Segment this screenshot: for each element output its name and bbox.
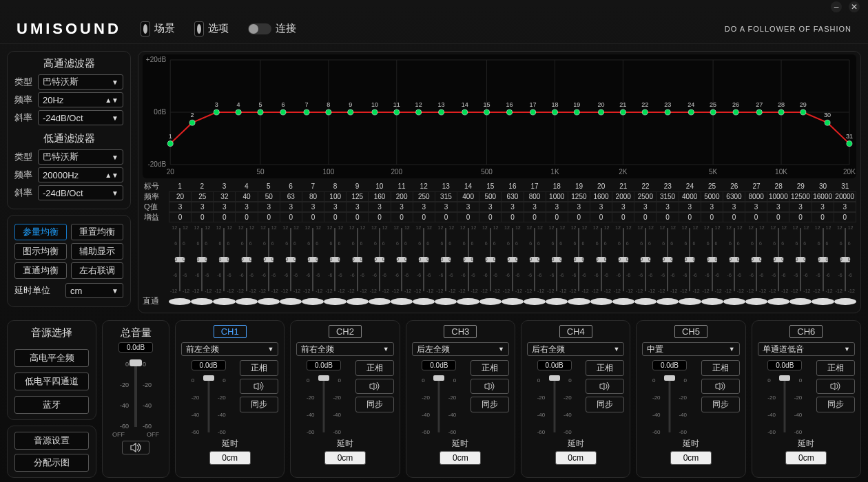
minimize-button[interactable]: –	[831, 1, 842, 12]
lpf-freq-select[interactable]: 20000Hz▲▼	[38, 167, 123, 182]
eq-freq-cell[interactable]: 125	[347, 191, 369, 202]
eq-freq-cell[interactable]: 6300	[723, 191, 745, 202]
eq-band-slider[interactable]: 12126600-6-6-12-12	[260, 225, 277, 294]
assign-diagram-button[interactable]: 分配示图	[14, 454, 89, 472]
eq-freq-cell[interactable]: 32	[214, 191, 236, 202]
eq-band-slider[interactable]: 12126600-6-6-12-12	[726, 225, 743, 294]
eq-q-cell[interactable]: 3	[723, 202, 745, 212]
channel-volume-slider[interactable]: 00-20-20-40-40-60-60	[422, 373, 456, 435]
channel-sync-button[interactable]: 同步	[701, 397, 740, 412]
eq-bypass-dot[interactable]	[191, 298, 213, 305]
eq-band-slider[interactable]: 12126600-6-6-12-12	[172, 225, 188, 294]
hpf-slope-select[interactable]: -24dB/Oct▼	[38, 110, 123, 125]
eq-band-slider[interactable]: 12126600-6-6-12-12	[548, 225, 565, 294]
eq-bypass-dot[interactable]	[457, 298, 479, 305]
channel-volume-slider[interactable]: 00-20-20-40-40-60-60	[192, 373, 226, 435]
channel-delay-value[interactable]: 0cm	[555, 451, 597, 465]
eq-gain-cell[interactable]: 0	[789, 212, 812, 222]
eq-bypass-dot[interactable]	[568, 298, 590, 305]
lo-level-button[interactable]: 低电平四通道	[14, 373, 89, 390]
eq-band-slider[interactable]: 12126600-6-6-12-12	[659, 225, 676, 294]
eq-freq-cell[interactable]: 400	[457, 191, 479, 202]
channel-volume-slider[interactable]: 00-20-20-40-40-60-60	[652, 373, 687, 435]
eq-gain-cell[interactable]: 0	[324, 212, 347, 222]
eq-freq-cell[interactable]: 4000	[679, 191, 701, 202]
channel-id-button[interactable]: CH4	[559, 325, 592, 338]
channel-phase-button[interactable]: 正相	[471, 360, 509, 376]
eq-q-cell[interactable]: 3	[767, 202, 789, 212]
eq-gain-cell[interactable]: 0	[391, 212, 413, 222]
eq-q-cell[interactable]: 3	[590, 202, 612, 212]
eq-band-slider[interactable]: 12126600-6-6-12-12	[815, 225, 831, 294]
eq-q-cell[interactable]: 3	[435, 202, 457, 212]
channel-name-select[interactable]: 中置▼	[642, 342, 739, 356]
eq-gain-cell[interactable]: 0	[546, 212, 568, 222]
eq-band-slider[interactable]: 12126600-6-6-12-12	[570, 225, 587, 294]
eq-band-slider[interactable]: 12126600-6-6-12-12	[482, 225, 499, 294]
eq-band-slider[interactable]: 12126600-6-6-12-12	[194, 225, 210, 294]
eq-bypass-dot[interactable]	[347, 298, 369, 305]
eq-gain-cell[interactable]: 0	[280, 212, 302, 222]
eq-band-slider[interactable]: 12126600-6-6-12-12	[526, 225, 543, 294]
eq-freq-cell[interactable]: 63	[280, 191, 302, 202]
eq-freq-cell[interactable]: 40	[236, 191, 258, 202]
eq-band-slider[interactable]: 12126600-6-6-12-12	[837, 225, 854, 294]
options-toggle[interactable]: 选项	[194, 21, 229, 36]
master-volume-slider[interactable]: 00-20-20-40-40-60-60	[115, 355, 156, 431]
channel-name-select[interactable]: 前右全频▼	[296, 342, 393, 356]
eq-gain-cell[interactable]: 0	[834, 212, 856, 222]
eq-gain-cell[interactable]: 0	[169, 212, 192, 222]
eq-bypass-dot[interactable]	[302, 298, 324, 305]
channel-delay-value[interactable]: 0cm	[324, 451, 366, 465]
hpf-type-select[interactable]: 巴特沃斯▼	[38, 74, 123, 90]
eq-q-cell[interactable]: 3	[413, 202, 435, 212]
aux-display-button[interactable]: 辅助显示	[71, 243, 123, 260]
channel-volume-slider[interactable]: 00-20-20-40-40-60-60	[767, 373, 802, 435]
eq-q-cell[interactable]: 3	[169, 202, 192, 212]
channel-id-button[interactable]: CH2	[329, 325, 362, 338]
eq-q-cell[interactable]: 3	[192, 202, 214, 212]
eq-band-slider[interactable]: 12126600-6-6-12-12	[327, 225, 343, 294]
eq-gain-cell[interactable]: 0	[657, 212, 679, 222]
channel-mute-button[interactable]	[355, 379, 394, 394]
eq-band-slider[interactable]: 12126600-6-6-12-12	[681, 225, 698, 294]
eq-freq-cell[interactable]: 2500	[634, 191, 657, 202]
eq-freq-cell[interactable]: 25	[192, 191, 214, 202]
channel-delay-value[interactable]: 0cm	[670, 451, 712, 465]
close-button[interactable]: ✕	[849, 1, 860, 12]
eq-q-cell[interactable]: 3	[546, 202, 568, 212]
eq-freq-cell[interactable]: 800	[524, 191, 546, 202]
eq-bypass-dot[interactable]	[723, 298, 745, 305]
eq-bypass-dot[interactable]	[745, 298, 767, 305]
bypass-eq-button[interactable]: 直通均衡	[14, 262, 67, 279]
eq-bypass-dot[interactable]	[590, 298, 612, 305]
eq-freq-cell[interactable]: 10000	[767, 191, 789, 202]
eq-band-slider[interactable]: 12126600-6-6-12-12	[770, 225, 787, 294]
eq-freq-cell[interactable]: 80	[302, 191, 324, 202]
eq-freq-cell[interactable]: 1600	[590, 191, 612, 202]
eq-bypass-dot[interactable]	[657, 298, 679, 305]
eq-freq-cell[interactable]: 2000	[612, 191, 634, 202]
hpf-freq-select[interactable]: 20Hz▲▼	[38, 92, 123, 107]
eq-gain-cell[interactable]: 0	[502, 212, 524, 222]
channel-mute-button[interactable]	[586, 379, 624, 394]
eq-bypass-dot[interactable]	[236, 298, 258, 305]
eq-freq-cell[interactable]: 100	[324, 191, 347, 202]
channel-sync-button[interactable]: 同步	[586, 397, 624, 412]
channel-volume-slider[interactable]: 00-20-20-40-40-60-60	[307, 373, 341, 435]
eq-q-cell[interactable]: 3	[812, 202, 834, 212]
eq-freq-cell[interactable]: 20	[169, 191, 192, 202]
eq-gain-cell[interactable]: 0	[812, 212, 834, 222]
eq-freq-cell[interactable]: 1000	[546, 191, 568, 202]
channel-mute-button[interactable]	[240, 379, 278, 394]
eq-q-cell[interactable]: 3	[789, 202, 812, 212]
eq-bypass-dot[interactable]	[634, 298, 657, 305]
eq-band-slider[interactable]: 12126600-6-6-12-12	[437, 225, 454, 294]
channel-name-select[interactable]: 单通道低音▼	[758, 342, 855, 356]
eq-gain-cell[interactable]: 0	[745, 212, 767, 222]
eq-band-slider[interactable]: 12126600-6-6-12-12	[704, 225, 721, 294]
eq-band-slider[interactable]: 12126600-6-6-12-12	[304, 225, 321, 294]
eq-q-cell[interactable]: 3	[258, 202, 280, 212]
channel-phase-button[interactable]: 正相	[586, 360, 624, 376]
eq-q-cell[interactable]: 3	[280, 202, 302, 212]
